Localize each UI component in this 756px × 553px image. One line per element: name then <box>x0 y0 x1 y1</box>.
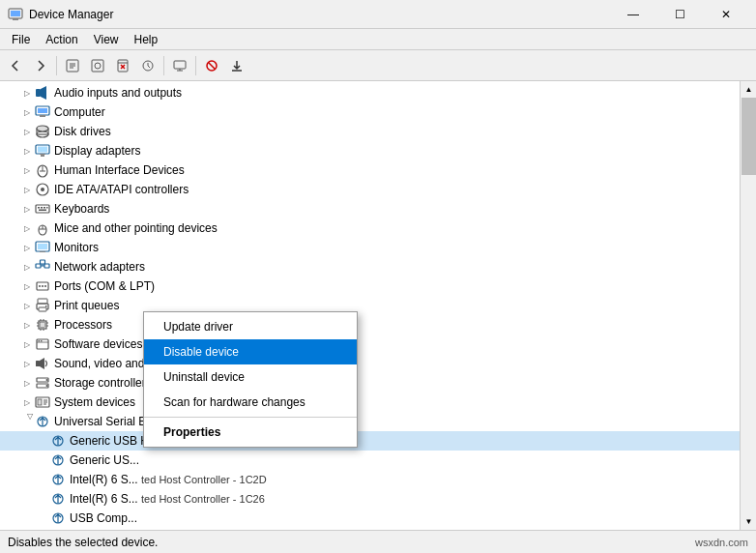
tree-item-usb[interactable]: ▷ Universal Serial Bus controllers <box>0 412 740 431</box>
svg-point-58 <box>44 285 46 287</box>
icon-monitors <box>35 240 50 255</box>
icon-print <box>35 298 50 313</box>
tree-item-intel-2[interactable]: ▷ Intel(R) 6 S... ted Host Controller - … <box>0 489 740 509</box>
expand-arrow-mice: ▷ <box>19 220 35 236</box>
toolbar-scan[interactable] <box>136 54 160 77</box>
scroll-up-button[interactable]: ▲ <box>741 81 756 98</box>
svg-rect-42 <box>46 207 48 209</box>
tree-item-intel-1[interactable]: ▷ Intel(R) 6 S... ted Host Controller - … <box>0 470 740 489</box>
status-bar: Disables the selected device. wsxdn.com <box>0 530 756 553</box>
tree-item-processors[interactable]: ▷ Processors <box>0 315 740 335</box>
svg-rect-64 <box>41 323 45 328</box>
tree-item-generic-us1[interactable]: ▷ Generic US... <box>0 451 740 470</box>
icon-mice <box>35 220 50 236</box>
context-scan-hardware[interactable]: Scan for hardware changes <box>144 390 357 415</box>
toolbar-display[interactable] <box>168 54 191 77</box>
label-generic-us1: Generic US... <box>70 453 139 467</box>
tree-item-usb-root1[interactable]: ▷ USB Root H... <box>0 528 740 530</box>
icon-generic-hub <box>50 433 66 449</box>
close-button[interactable]: ✕ <box>704 0 748 29</box>
toolbar-uninstall[interactable] <box>111 54 134 77</box>
menu-view[interactable]: View <box>86 31 127 48</box>
menu-action[interactable]: Action <box>38 31 85 48</box>
svg-rect-43 <box>39 210 46 212</box>
svg-rect-29 <box>38 147 47 153</box>
icon-generic-us1 <box>50 452 66 468</box>
context-properties[interactable]: Properties <box>144 420 357 445</box>
maximize-button[interactable]: ☐ <box>657 0 702 29</box>
tree-item-display[interactable]: ▷ Display adapters <box>0 141 740 160</box>
context-disable-device[interactable]: Disable device <box>144 339 357 364</box>
expand-arrow-display: ▷ <box>19 143 35 159</box>
svg-marker-21 <box>41 86 46 100</box>
tree-item-generic-hub[interactable]: ▷ Generic USB Hub <box>0 431 740 451</box>
svg-rect-52 <box>41 260 45 264</box>
svg-rect-20 <box>36 89 41 97</box>
scroll-thumb[interactable] <box>741 98 756 175</box>
svg-rect-75 <box>39 340 41 342</box>
svg-point-57 <box>42 285 44 287</box>
window-controls: — ☐ ✕ <box>611 0 748 29</box>
context-update-driver[interactable]: Update driver <box>144 314 357 339</box>
toolbar-download[interactable] <box>225 54 248 77</box>
tree-item-usb-comp[interactable]: ▷ USB Comp... <box>0 509 740 528</box>
expand-arrow-audio: ▷ <box>19 85 35 101</box>
svg-point-36 <box>41 188 44 191</box>
icon-display <box>35 143 50 159</box>
toolbar-properties[interactable] <box>61 54 84 77</box>
svg-rect-30 <box>40 154 45 155</box>
minimize-button[interactable]: — <box>611 0 655 29</box>
tree-item-mice[interactable]: ▷ Mice and other pointing devices <box>0 218 740 238</box>
svg-rect-24 <box>40 115 45 117</box>
scrollbar[interactable]: ▲ ▼ <box>740 81 756 530</box>
tree-item-ports[interactable]: ▷ Ports (COM & LPT) <box>0 276 740 296</box>
menu-file[interactable]: File <box>4 31 38 48</box>
icon-disk <box>35 124 50 139</box>
tree-item-monitors[interactable]: ▷ Monitors <box>0 238 740 257</box>
expand-arrow-monitors: ▷ <box>19 240 35 255</box>
label-ports: Ports (COM & LPT) <box>54 279 155 293</box>
svg-rect-37 <box>36 205 49 213</box>
icon-intel-2 <box>50 491 66 507</box>
tree-item-system[interactable]: ▷ System devices <box>0 393 740 412</box>
toolbar-disable[interactable] <box>200 54 223 77</box>
tree-item-ide[interactable]: ▷ IDE ATA/ATAPI controllers <box>0 180 740 199</box>
tree-item-storage[interactable]: ▷ Storage controllers <box>0 373 740 393</box>
expand-arrow-storage: ▷ <box>19 375 35 391</box>
main-content: ▷ Audio inputs and outputs ▷ Computer ▷ … <box>0 81 756 530</box>
svg-rect-23 <box>38 108 47 113</box>
tree-item-software[interactable]: ▷ Software devices <box>0 335 740 354</box>
toolbar-back[interactable] <box>4 54 27 77</box>
icon-usb-comp <box>50 510 66 526</box>
svg-point-82 <box>46 385 48 387</box>
svg-rect-51 <box>44 264 49 268</box>
svg-point-8 <box>95 63 101 69</box>
expand-arrow-system: ▷ <box>19 394 35 410</box>
tree-item-hid[interactable]: ▷ Human Interface Devices <box>0 160 740 180</box>
scroll-down-button[interactable]: ▼ <box>741 513 756 530</box>
tree-item-sound[interactable]: ▷ Sound, video and game controllers <box>0 354 740 373</box>
svg-rect-62 <box>45 306 47 307</box>
toolbar-forward[interactable] <box>29 54 52 77</box>
tree-item-disk[interactable]: ▷ Disk drives <box>0 122 740 141</box>
menu-help[interactable]: Help <box>127 31 166 48</box>
label-usb-comp: USB Comp... <box>70 511 137 525</box>
toolbar <box>0 50 756 81</box>
label-display: Display adapters <box>54 144 140 158</box>
tree-item-print[interactable]: ▷ Print queues <box>0 296 740 315</box>
expand-arrow-usb-comp: ▷ <box>35 510 50 526</box>
context-uninstall-device[interactable]: Uninstall device <box>144 364 357 390</box>
toolbar-update-driver[interactable] <box>86 54 109 77</box>
label-ide: IDE ATA/ATAPI controllers <box>54 183 189 196</box>
scroll-track[interactable] <box>741 98 756 513</box>
tree-item-keyboards[interactable]: ▷ Keyboards <box>0 199 740 218</box>
icon-audio <box>35 85 50 101</box>
tree-item-computer[interactable]: ▷ Computer <box>0 102 740 122</box>
svg-rect-2 <box>13 18 18 20</box>
svg-rect-84 <box>38 399 42 405</box>
svg-rect-31 <box>41 155 44 157</box>
tree-item-audio[interactable]: ▷ Audio inputs and outputs <box>0 83 740 102</box>
label-software: Software devices <box>54 337 142 351</box>
device-tree[interactable]: ▷ Audio inputs and outputs ▷ Computer ▷ … <box>0 81 740 530</box>
tree-item-network[interactable]: ▷ Network adapters <box>0 257 740 276</box>
